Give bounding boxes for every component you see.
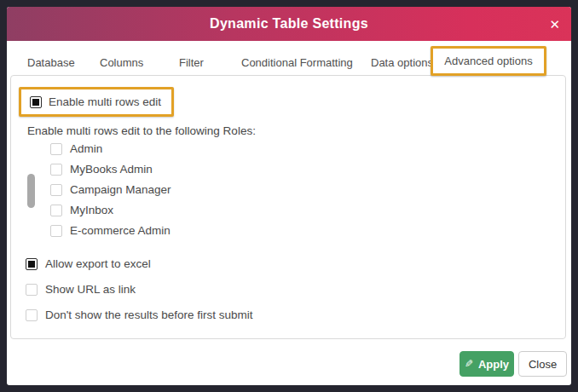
close-icon[interactable]: ✕ (549, 18, 560, 31)
advanced-options-panel: Enable multi rows edit Enable multi rows… (10, 75, 566, 339)
enable-multi-rows-edit-checkbox[interactable] (30, 96, 42, 108)
tab-advanced-options[interactable]: Advanced options (444, 55, 532, 67)
tab-database[interactable]: Database (27, 56, 75, 69)
roles-scrollbar-thumb[interactable] (27, 174, 35, 208)
annotation-highlight-multi-rows-edit: Enable multi rows edit (19, 87, 174, 117)
role-row-admin: Admin (50, 142, 102, 156)
role-row-mybooks-admin: MyBooks Admin (50, 163, 153, 176)
option-row-show-url: Show URL as link (26, 283, 136, 297)
tab-conditional-formatting[interactable]: Conditional Formatting (241, 56, 353, 69)
role-campaign-manager-label[interactable]: Campaign Manager (70, 184, 171, 196)
role-campaign-manager-checkbox[interactable] (50, 184, 62, 196)
allow-export-label[interactable]: Allow export to excel (45, 258, 151, 270)
dont-show-results-label[interactable]: Don't show the results before first subm… (45, 309, 252, 321)
option-row-dont-show-results: Don't show the results before first subm… (26, 308, 252, 322)
close-button-label: Close (529, 358, 557, 371)
roles-heading: Enable multi rows edit to the following … (27, 124, 256, 137)
dont-show-results-checkbox[interactable] (26, 309, 38, 321)
role-myinbox-checkbox[interactable] (50, 205, 62, 216)
role-row-campaign-manager: Campaign Manager (50, 183, 171, 197)
dialog-header: Dynamic Table Settings ✕ (7, 7, 571, 41)
role-myinbox-label[interactable]: MyInbox (70, 205, 113, 216)
role-mybooks-admin-label[interactable]: MyBooks Admin (70, 164, 153, 176)
dynamic-table-settings-dialog: Dynamic Table Settings ✕ Database Column… (7, 7, 571, 385)
apply-button[interactable]: ✎ Apply (460, 351, 514, 377)
tab-data-options[interactable]: Data options (371, 56, 433, 69)
dialog-title: Dynamic Table Settings (210, 16, 368, 32)
role-admin-checkbox[interactable] (50, 143, 62, 155)
pencil-icon: ✎ (465, 358, 473, 370)
role-row-myinbox: MyInbox (50, 204, 113, 217)
role-mybooks-admin-checkbox[interactable] (50, 164, 62, 176)
annotation-highlight-advanced-options: Advanced options (431, 46, 546, 76)
apply-button-label: Apply (478, 358, 509, 371)
role-row-ecommerce-admin: E-commerce Admin (50, 224, 171, 238)
role-ecommerce-admin-label[interactable]: E-commerce Admin (70, 225, 171, 237)
tab-filter[interactable]: Filter (179, 56, 204, 69)
enable-multi-rows-edit-label[interactable]: Enable multi rows edit (49, 96, 161, 108)
show-url-label[interactable]: Show URL as link (45, 284, 136, 296)
tab-columns[interactable]: Columns (100, 56, 143, 69)
role-ecommerce-admin-checkbox[interactable] (50, 225, 62, 237)
tab-bar: Database Columns Filter Conditional Form… (7, 41, 571, 75)
show-url-checkbox[interactable] (26, 284, 38, 296)
close-button[interactable]: Close (518, 351, 567, 377)
role-admin-label[interactable]: Admin (70, 143, 102, 155)
option-row-allow-export: Allow export to excel (26, 257, 151, 271)
allow-export-checkbox[interactable] (26, 258, 38, 270)
